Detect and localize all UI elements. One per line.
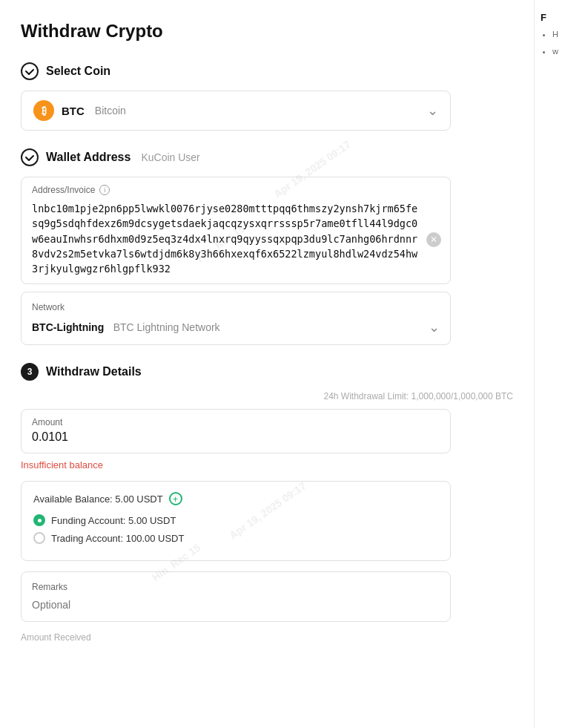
address-value[interactable]: lnbc10m1pje2pn6pp5lwwkl0076rjyse0280mttt… <box>32 201 420 276</box>
network-box: Network BTC-Lightning BTC Lightning Netw… <box>21 292 451 345</box>
coin-info: ₿ BTC Bitcoin <box>33 100 126 121</box>
right-panel-list: H w <box>541 29 559 58</box>
network-dropdown[interactable]: BTC-Lightning BTC Lightning Network ⌄ <box>22 315 450 344</box>
wallet-address-section: Wallet Address KuCoin User Address/Invoi… <box>21 148 513 345</box>
right-panel-item-2: w <box>552 46 559 57</box>
network-dropdown-chevron: ⌄ <box>429 319 440 335</box>
withdrawal-limit: 24h Withdrawal Limit: 1,000,000/1,000,00… <box>21 391 513 401</box>
amount-value[interactable]: 0.0101 <box>32 430 440 444</box>
address-invoice-box: Address/Invoice i lnbc10m1pje2pn6pp5lwwk… <box>21 177 451 284</box>
available-balance-text: Available Balance: 5.00 USDT <box>33 493 163 505</box>
wallet-address-title: Wallet Address <box>46 151 130 164</box>
step-1-check-icon <box>21 62 39 80</box>
wallet-address-header: Wallet Address KuCoin User <box>21 148 513 166</box>
withdraw-details-section: 3 Withdraw Details 24h Withdrawal Limit:… <box>21 363 513 643</box>
address-input-wrapper: lnbc10m1pje2pn6pp5lwwkl0076rjyse0280mttt… <box>22 195 450 283</box>
select-coin-header: Select Coin <box>21 62 513 80</box>
page-title: Withdraw Crypto <box>21 21 513 42</box>
remarks-box: Remarks <box>21 571 451 622</box>
clear-address-button[interactable]: ✕ <box>426 232 441 247</box>
coin-dropdown-chevron: ⌄ <box>427 102 438 119</box>
step-2-check-icon <box>21 148 39 166</box>
trading-account-row[interactable]: Trading Account: 100.00 USDT <box>33 532 438 544</box>
funding-account-radio[interactable] <box>33 514 45 526</box>
coin-name: Bitcoin <box>95 105 126 117</box>
network-value: BTC-Lightning <box>32 321 104 333</box>
balance-box: Available Balance: 5.00 USDT + Funding A… <box>21 481 451 561</box>
withdraw-details-header: 3 Withdraw Details <box>21 363 513 381</box>
trading-account-radio[interactable] <box>33 532 45 544</box>
kucoin-user-tab[interactable]: KuCoin User <box>141 151 199 163</box>
right-panel: F H w <box>534 0 565 728</box>
select-coin-title: Select Coin <box>46 65 110 78</box>
insufficient-balance-error: Insufficient balance <box>21 459 513 470</box>
network-desc: BTC Lightning Network <box>113 321 220 333</box>
remarks-input[interactable] <box>22 594 450 621</box>
remarks-label-row: Remarks <box>22 572 450 594</box>
withdraw-details-title: Withdraw Details <box>46 365 142 378</box>
address-info-icon[interactable]: i <box>99 185 110 195</box>
funding-account-label: Funding Account: 5.00 USDT <box>51 515 176 526</box>
select-coin-section: Select Coin ₿ BTC Bitcoin ⌄ <box>21 62 513 131</box>
address-label-row: Address/Invoice i <box>22 177 450 195</box>
funding-account-row[interactable]: Funding Account: 5.00 USDT <box>33 514 438 526</box>
btc-icon: ₿ <box>33 100 54 121</box>
amount-received-label: Amount Received <box>21 632 451 643</box>
coin-dropdown[interactable]: ₿ BTC Bitcoin ⌄ <box>21 91 451 131</box>
trading-account-label: Trading Account: 100.00 USDT <box>51 533 184 544</box>
amount-box: Amount 0.0101 <box>21 409 451 453</box>
amount-label: Amount <box>32 417 440 427</box>
remarks-label: Remarks <box>32 582 67 592</box>
network-label-row: Network <box>22 292 450 315</box>
add-balance-icon[interactable]: + <box>169 492 182 505</box>
step-3-number-icon: 3 <box>21 363 39 381</box>
right-panel-item-1: H <box>552 29 559 40</box>
address-label: Address/Invoice <box>32 185 95 195</box>
right-panel-title: F <box>541 12 559 23</box>
coin-symbol: BTC <box>62 105 85 117</box>
network-label: Network <box>32 302 65 312</box>
available-balance-row: Available Balance: 5.00 USDT + <box>33 492 438 505</box>
